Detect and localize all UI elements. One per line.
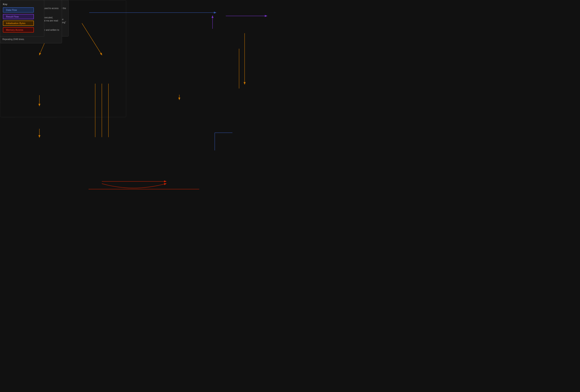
key-title: Key <box>3 3 41 5</box>
key-resultflow-label: Result Flow <box>3 14 34 19</box>
key-memaccess-label: Memory Access <box>3 27 34 32</box>
key-dataflow-label: Data Flow <box>3 7 34 13</box>
key-item-resultflow: Result Flow <box>3 14 41 19</box>
diagram-container: Parameters K H Hash512 Seed 64 byte seed… <box>0 0 290 196</box>
key-item-memaccess: Memory Access <box>3 27 41 32</box>
key-item-dataflow: Data Flow <box>3 7 41 13</box>
key-legend: Key Data Flow Result Flow Initialisation… <box>0 0 44 37</box>
key-initbytes-label: Initialisation Bytes <box>3 21 34 26</box>
key-item-initbytes: Initialisation Bytes <box>3 21 41 26</box>
